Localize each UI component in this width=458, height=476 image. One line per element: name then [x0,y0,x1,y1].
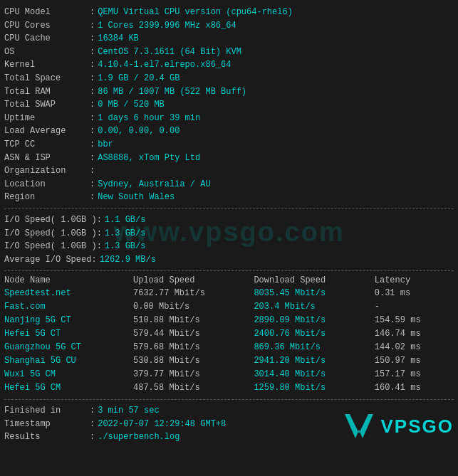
sysinfo-row: TCP CC:bbr [4,138,454,152]
network-upload: 0.00 Mbit/s [133,300,254,314]
network-upload: 487.58 Mbit/s [133,381,254,395]
sysinfo-value: 1 days 6 hour 39 min [98,112,200,125]
network-section: Node NameUpload SpeedDownload SpeedLaten… [4,275,454,395]
sysinfo-row: Total SWAP:0 MB / 520 MB [4,98,454,112]
network-row: Hefei 5G CT579.44 Mbit/s2400.76 Mbit/s14… [4,327,454,341]
network-row: Guangzhou 5G CT579.68 Mbit/s869.36 Mbit/… [4,341,454,354]
network-node: Shanghai 5G CU [4,354,133,368]
divider-2 [4,270,454,271]
network-latency: 160.41 ms [375,381,454,395]
sysinfo-label: ASN & ISP [4,152,90,165]
sysinfo-label: CPU Cache [4,32,90,46]
network-upload: 510.88 Mbit/s [133,314,254,327]
footer-value: 2022-07-07 12:29:48 GMT+8 [98,418,226,431]
iospeed-row: I/O Speed( 1.0GB ):1.3 GB/s [4,240,454,253]
sysinfo-label: Organization [4,164,90,178]
network-upload: 579.68 Mbit/s [133,341,254,354]
sysinfo-label: Uptime [4,112,90,125]
sysinfo-label: Total RAM [4,85,90,99]
network-row: Shanghai 5G CU530.88 Mbit/s2941.20 Mbit/… [4,354,454,368]
footer-label: Results [4,430,90,444]
footer-label: Timestamp [4,418,90,431]
sysinfo-value: CentOS 7.3.1611 (64 Bit) KVM [98,46,241,59]
network-table: Node NameUpload SpeedDownload SpeedLaten… [4,275,454,395]
network-header: Node Name [4,275,133,287]
footer-rows: Finished in:3 min 57 secTimestamp:2022-0… [4,404,341,444]
network-node: Nanjing 5G CT [4,314,133,327]
iospeed-value: 1.3 GB/s [105,227,146,240]
network-node: Speedtest.net [4,287,133,300]
iospeed-row: I/O Speed( 1.0GB ):1.3 GB/s [4,227,454,240]
sysinfo-value: AS8888, xTom Pty Ltd [98,152,200,165]
network-latency: 157.17 ms [375,368,454,381]
sysinfo-label: Region [4,191,90,204]
divider-1 [4,208,454,209]
network-row: Fast.com0.00 Mbit/s203.4 Mbit/s- [4,300,454,314]
sysinfo-value: New South Wales [98,191,175,204]
network-latency: 146.74 ms [375,327,454,341]
sysinfo-row: Region:New South Wales [4,191,454,204]
sysinfo-label: TCP CC [4,138,90,152]
logo-text: VPSGO [381,416,454,438]
footer-area: Finished in:3 min 57 secTimestamp:2022-0… [4,404,454,444]
network-row: Hefei 5G CM487.58 Mbit/s1259.80 Mbit/s16… [4,381,454,395]
sysinfo-value: 0 MB / 520 MB [98,98,165,112]
sysinfo-row: Uptime:1 days 6 hour 39 min [4,112,454,125]
sysinfo-label: Kernel [4,58,90,72]
sysinfo-row: CPU Cache:16384 KB [4,32,454,46]
sysinfo-label: Load Average [4,125,90,138]
sysinfo-row: CPU Cores:1 Cores 2399.996 MHz x86_64 [4,19,454,33]
sysinfo-row: OS:CentOS 7.3.1611 (64 Bit) KVM [4,46,454,59]
sysinfo-row: Kernel:4.10.4-1.el7.elrepo.x86_64 [4,58,454,72]
network-node: Fast.com [4,300,133,314]
network-upload: 379.77 Mbit/s [133,368,254,381]
sysinfo-row: ASN & ISP:AS8888, xTom Pty Ltd [4,152,454,165]
network-upload: 579.44 Mbit/s [133,327,254,341]
iospeed-row: I/O Speed( 1.0GB ):1.1 GB/s [4,213,454,227]
iospeed-label: I/O Speed( 1.0GB ) [4,240,97,253]
network-download: 203.4 Mbit/s [254,300,374,314]
sysinfo-label: CPU Model [4,6,90,19]
network-latency: - [375,300,454,314]
network-header: Download Speed [254,275,374,287]
sysinfo-row: Total Space:1.9 GB / 20.4 GB [4,72,454,85]
sysinfo-value: 86 MB / 1007 MB (522 MB Buff) [98,85,246,99]
network-header: Upload Speed [133,275,254,287]
network-latency: 150.97 ms [375,354,454,368]
iospeed-value: 1262.9 MB/s [100,253,156,267]
vpsgo-logo-icon [341,408,377,444]
network-download: 8035.45 Mbit/s [254,287,374,300]
iospeed-value: 1.1 GB/s [105,213,146,227]
network-download: 2941.20 Mbit/s [254,354,374,368]
sysinfo-label: Total Space [4,72,90,85]
iospeed-value: 1.3 GB/s [105,240,146,253]
svg-marker-0 [345,414,373,438]
iospeed-row: Average I/O Speed:1262.9 MB/s [4,253,454,267]
sysinfo-value: 0.00, 0.00, 0.00 [98,125,179,138]
sysinfo-value: Sydney, Australia / AU [98,178,210,191]
network-download: 869.36 Mbit/s [254,341,374,354]
network-upload: 530.88 Mbit/s [133,354,254,368]
divider-3 [4,399,454,400]
footer-value: ./superbench.log [98,430,179,444]
footer-row: Timestamp:2022-07-07 12:29:48 GMT+8 [4,418,341,431]
network-download: 2400.76 Mbit/s [254,327,374,341]
iospeed-label: I/O Speed( 1.0GB ) [4,227,97,240]
sysinfo-label: CPU Cores [4,19,90,33]
sysinfo-section: CPU Model:QEMU Virtual CPU version (cpu6… [4,6,454,204]
network-download: 2890.09 Mbit/s [254,314,374,327]
network-node: Hefei 5G CM [4,381,133,395]
iospeed-label: Average I/O Speed [4,253,91,267]
sysinfo-row: Load Average:0.00, 0.00, 0.00 [4,125,454,138]
network-row: Nanjing 5G CT510.88 Mbit/s2890.09 Mbit/s… [4,314,454,327]
network-upload: 7632.77 Mbit/s [133,287,254,300]
footer-value: 3 min 57 sec [98,404,159,418]
network-row: Speedtest.net7632.77 Mbit/s8035.45 Mbit/… [4,287,454,300]
sysinfo-row: CPU Model:QEMU Virtual CPU version (cpu6… [4,6,454,19]
network-latency: 0.31 ms [375,287,454,300]
network-download: 1259.80 Mbit/s [254,381,374,395]
iospeed-label: I/O Speed( 1.0GB ) [4,213,97,227]
sysinfo-row: Organization: [4,164,454,178]
sysinfo-value: 1 Cores 2399.996 MHz x86_64 [98,19,236,33]
sysinfo-row: Location:Sydney, Australia / AU [4,178,454,191]
